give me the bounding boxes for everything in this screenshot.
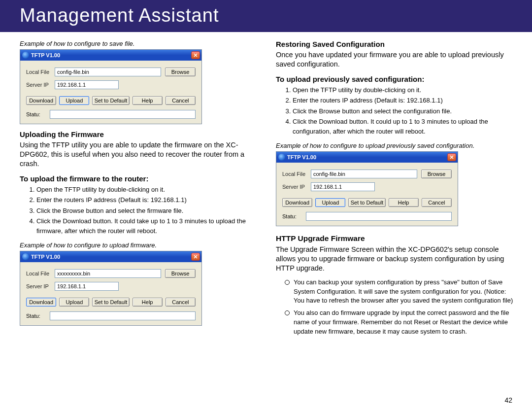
help-button[interactable]: Help (389, 198, 419, 207)
serverip-input[interactable] (311, 182, 375, 191)
upload-config-steps: Open the TFTP utility by double-clicking… (293, 85, 517, 137)
tftp-titlebar: TFTP V1.00 (20, 50, 201, 61)
page-number: 42 (504, 396, 512, 404)
localfile-input[interactable] (55, 68, 161, 76)
settodefault-button[interactable]: Set to Default (348, 198, 385, 207)
localfile-input[interactable] (55, 269, 161, 278)
download-button[interactable]: Download (26, 96, 56, 105)
label-localfile: Local File (26, 271, 51, 276)
label-status: Statu: (26, 313, 46, 319)
heading-restoring-config: Restoring Saved Configuration (276, 40, 517, 48)
heading-http-upgrade: HTTP Upgrade Firmware (276, 234, 517, 243)
right-column: Restoring Saved Configuration Once you h… (276, 37, 517, 342)
caption-save-file: Example of how to configure to save file… (20, 40, 261, 47)
http-upgrade-bullets: You can backup your system configuration… (285, 278, 517, 337)
tftp-titlebar: TFTP V1.00 (276, 152, 458, 163)
close-icon[interactable] (191, 253, 200, 261)
cancel-button[interactable]: Cancel (422, 198, 452, 207)
list-item: Open the TFTP utility by double-clicking… (293, 85, 517, 95)
tftp-title: TFTP V1.00 (31, 52, 60, 58)
list-item: Click the Download button. It could up t… (293, 117, 517, 136)
label-localfile: Local File (282, 171, 307, 177)
list-item: You also can do firmware upgrade by inpu… (285, 308, 517, 337)
settodefault-button[interactable]: Set to Default (92, 96, 129, 105)
list-item: You can backup your system configuration… (285, 278, 517, 306)
list-item: Click the Browse button and select the f… (36, 206, 261, 216)
label-localfile: Local File (26, 69, 51, 75)
settodefault-button[interactable]: Set to Default (92, 298, 129, 307)
list-item: Click the Download button. It could take… (36, 216, 261, 236)
tftp-window-config: TFTP V1.00 Local File Browse Server IP D… (276, 151, 458, 226)
heading-upload-steps: To upload the firmware to the router: (20, 174, 261, 183)
close-icon[interactable] (447, 153, 456, 161)
label-serverip: Server IP (26, 82, 51, 88)
serverip-input[interactable] (55, 80, 119, 89)
list-item: Enter the routers IP address (Default is… (36, 195, 261, 205)
upload-button[interactable]: Upload (59, 298, 89, 307)
body-uploading-firmware: Using the TFTP utility you are able to u… (20, 140, 261, 169)
download-button[interactable]: Download (282, 198, 312, 207)
heading-upload-config-steps: To upload previously saved configuration… (276, 75, 517, 83)
caption-upload-firmware: Example of how to configure to upload fi… (20, 241, 261, 249)
status-box (50, 311, 196, 320)
cancel-button[interactable]: Cancel (166, 96, 196, 105)
app-icon (22, 253, 29, 260)
tftp-title: TFTP V1.00 (31, 254, 60, 260)
help-button[interactable]: Help (133, 96, 163, 105)
localfile-input[interactable] (311, 170, 417, 178)
help-button[interactable]: Help (133, 298, 163, 307)
app-icon (22, 52, 29, 59)
cancel-button[interactable]: Cancel (166, 298, 196, 307)
upload-button[interactable]: Upload (59, 96, 89, 105)
close-icon[interactable] (191, 51, 200, 59)
tftp-title: TFTP V1.00 (287, 154, 316, 160)
heading-uploading-firmware: Uploading the Firmware (20, 130, 261, 138)
body-restoring-config: Once you have updated your firmware you … (276, 50, 517, 69)
page-header: Management Assistant (0, 0, 532, 32)
browse-button[interactable]: Browse (421, 170, 452, 178)
serverip-input[interactable] (55, 282, 119, 291)
label-status: Statu: (282, 213, 302, 219)
tftp-window-save: TFTP V1.00 Local File Browse Server IP D… (20, 49, 202, 124)
upload-firmware-steps: Open the TFTP utility by double-clicking… (36, 185, 261, 236)
status-box (306, 212, 452, 221)
tftp-titlebar: TFTP V1.00 (20, 251, 201, 262)
label-serverip: Server IP (26, 283, 51, 289)
tftp-window-firmware: TFTP V1.00 Local File Browse Server IP D… (20, 251, 202, 326)
list-item: Click the Browse button and select the c… (293, 106, 517, 116)
body-http-upgrade: The Upgrade Firmware Screen within the X… (276, 245, 517, 273)
page-title: Management Assistant (20, 5, 219, 26)
download-button[interactable]: Download (26, 298, 56, 307)
left-column: Example of how to configure to save file… (20, 37, 261, 342)
caption-upload-config: Example of how to configure to upload pr… (276, 142, 517, 149)
list-item: Open the TFTP utility by double-clicking… (36, 185, 261, 195)
status-box (50, 110, 196, 119)
upload-button[interactable]: Upload (315, 198, 345, 207)
browse-button[interactable]: Browse (165, 68, 196, 76)
label-serverip: Server IP (282, 184, 307, 190)
app-icon (278, 154, 285, 161)
label-status: Statu: (26, 111, 46, 117)
browse-button[interactable]: Browse (165, 269, 196, 278)
list-item: Enter the routers IP address (Default is… (293, 96, 517, 105)
